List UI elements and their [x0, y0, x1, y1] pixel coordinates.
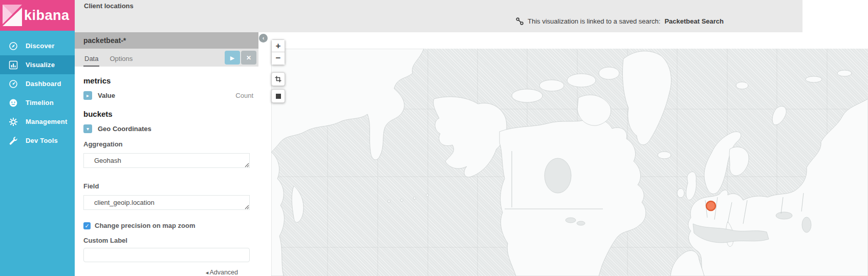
- tile-map-visualization[interactable]: + −: [258, 32, 868, 276]
- kibana-logo-icon: [2, 4, 23, 27]
- advanced-label: Advanced: [209, 269, 238, 276]
- discard-changes-button[interactable]: [241, 51, 256, 65]
- timelion-icon: [9, 98, 18, 108]
- collapse-bucket-toggle[interactable]: [83, 124, 92, 133]
- kibana-app: kibana Discover Visualize Dashboard: [0, 0, 868, 276]
- sidebar-item-discover[interactable]: Discover: [0, 36, 75, 55]
- zoom-in-button[interactable]: +: [271, 39, 285, 52]
- sidebar-item-label: Dev Tools: [26, 137, 58, 144]
- apply-changes-button[interactable]: [225, 51, 240, 65]
- linked-search-notice: This visualization is linked to a saved …: [516, 17, 724, 25]
- wrench-icon: [9, 136, 18, 145]
- custom-label-label: Custom Label: [83, 237, 250, 244]
- collapse-panel-button[interactable]: [259, 34, 268, 43]
- map-ocean[interactable]: [271, 49, 868, 276]
- sidebar-item-label: Management: [26, 118, 67, 125]
- bar-chart-icon: [9, 60, 18, 70]
- field-label: Field: [83, 182, 250, 190]
- link-icon: [516, 17, 524, 25]
- map-zoom-controls: + −: [271, 39, 285, 65]
- sidebar-item-dashboard[interactable]: Dashboard: [0, 74, 75, 93]
- visualization-config-panel: packetbeat-* Data Options metrics Value …: [75, 32, 258, 276]
- sidebar-item-dev-tools[interactable]: Dev Tools: [0, 131, 75, 150]
- advanced-toggle[interactable]: ◂Advanced: [83, 269, 250, 276]
- rectangle-icon: [276, 94, 281, 99]
- sidebar-item-visualize[interactable]: Visualize: [0, 55, 75, 74]
- compass-icon: [9, 41, 18, 51]
- linked-notice-text: This visualization is linked to a saved …: [528, 17, 660, 25]
- metric-label[interactable]: Value: [98, 92, 115, 99]
- brand-name: kibana: [24, 8, 70, 24]
- topbar-corner: [802, 0, 868, 32]
- sidebar-item-management[interactable]: Management: [0, 112, 75, 131]
- tab-data[interactable]: Data: [83, 55, 99, 67]
- sidebar-item-label: Timelion: [26, 99, 54, 107]
- advanced-arrow-icon: ◂: [206, 269, 209, 275]
- aggregation-label: Aggregation: [83, 140, 250, 148]
- panel-tabs: Data Options: [75, 49, 258, 67]
- change-precision-label: Change precision on map zoom: [95, 222, 195, 229]
- select-corner-grip-icon: [245, 163, 249, 167]
- sidebar-item-label: Discover: [26, 42, 55, 50]
- draw-rectangle-button[interactable]: [271, 89, 285, 103]
- sidebar-item-label: Dashboard: [26, 80, 61, 88]
- select-corner-grip-icon: [245, 205, 249, 209]
- geohash-marker: [706, 201, 715, 210]
- zoom-out-button[interactable]: −: [271, 52, 285, 65]
- fit-data-bounds-button[interactable]: [271, 72, 285, 86]
- sidebar-item-timelion[interactable]: Timelion: [0, 93, 75, 112]
- kibana-logo[interactable]: kibana: [0, 0, 75, 31]
- bucket-label[interactable]: Geo Coordinates: [98, 125, 151, 133]
- precision-checkbox-row: Change precision on map zoom: [83, 222, 250, 229]
- sidebar: Discover Visualize Dashboard Timelion Ma: [0, 31, 75, 276]
- panel-content: metrics Value Count buckets Geo Coordina…: [75, 76, 258, 276]
- field-select[interactable]: client_geoip.location: [83, 195, 250, 210]
- world-map: [271, 49, 868, 276]
- page-title: Client locations: [84, 2, 134, 10]
- custom-label-input[interactable]: [83, 248, 250, 262]
- index-pattern-name: packetbeat-*: [83, 36, 126, 45]
- metric-row-value: Value Count: [83, 91, 250, 100]
- index-pattern-header: packetbeat-*: [75, 32, 258, 49]
- crop-icon: [275, 76, 281, 82]
- buckets-heading: buckets: [83, 110, 250, 118]
- aggregation-selected-value: Geohash: [94, 157, 121, 164]
- dashboard-icon: [9, 79, 18, 89]
- tab-options[interactable]: Options: [108, 55, 134, 67]
- gear-icon: [9, 117, 18, 126]
- metric-agg-type: Count: [235, 92, 253, 99]
- topbar: Client locations This visualization is l…: [75, 0, 868, 32]
- aggregation-select[interactable]: Geohash: [83, 153, 250, 168]
- sidebar-item-label: Visualize: [26, 61, 55, 69]
- metrics-heading: metrics: [83, 76, 250, 85]
- linked-search-name[interactable]: Packetbeat Search: [664, 17, 724, 25]
- expand-metric-toggle[interactable]: [83, 91, 92, 100]
- change-precision-checkbox[interactable]: [83, 222, 91, 229]
- bucket-row-geo-coordinates: Geo Coordinates: [83, 124, 250, 133]
- field-selected-value: client_geoip.location: [94, 199, 155, 206]
